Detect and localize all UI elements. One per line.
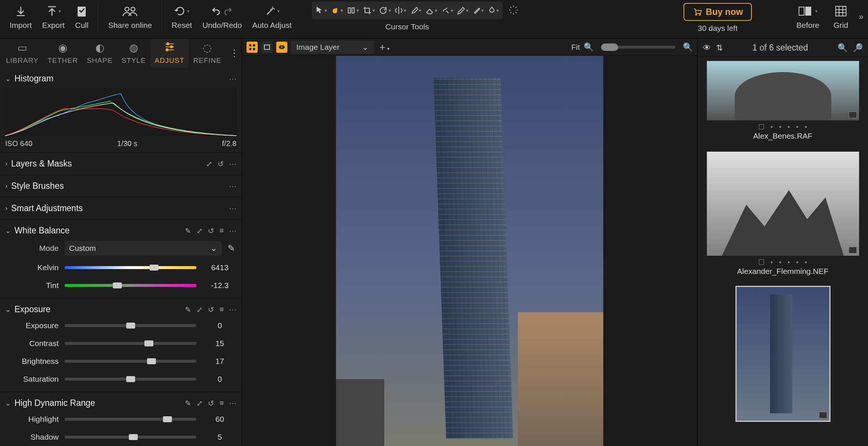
more-icon[interactable]: ⋯ xyxy=(229,399,236,408)
kelvin-value[interactable]: 6413 xyxy=(203,262,236,274)
tab-shape[interactable]: ◐SHAPE xyxy=(82,39,117,68)
more-icon[interactable]: ⋯ xyxy=(229,159,236,168)
highlight-slider[interactable] xyxy=(65,418,196,421)
zoom-out-icon[interactable]: 🔍 xyxy=(584,42,594,52)
list-icon[interactable]: ≡ xyxy=(219,226,224,235)
add-layer-button[interactable]: ＋▾ xyxy=(378,41,389,54)
collapse-icon[interactable]: ⌄ xyxy=(5,399,11,407)
mirror-tool[interactable]: ▾ xyxy=(395,6,406,15)
sort-icon[interactable]: ⇅ xyxy=(716,43,723,53)
saturation-value[interactable]: 0 xyxy=(203,373,236,385)
heal-tool[interactable]: ▾ xyxy=(472,6,484,15)
white-balance-title: White Balance xyxy=(14,226,69,236)
fit-label[interactable]: Fit xyxy=(571,43,580,52)
zoom-in-icon[interactable]: 🔍 xyxy=(683,42,693,52)
view-single-button[interactable] xyxy=(261,42,273,53)
thumbnail-list[interactable]: Alex_Benes.RAF Alexander_Flemming.NEF xyxy=(698,57,868,446)
eye-icon[interactable]: 👁 xyxy=(703,43,711,53)
thumbnail-item[interactable]: Alexander_Flemming.NEF xyxy=(705,152,861,276)
more-icon[interactable]: ⋯ xyxy=(229,305,236,314)
flip-tool[interactable]: ▾ xyxy=(347,6,359,14)
before-button[interactable]: ▾ Before xyxy=(793,1,823,32)
collapse-icon[interactable]: ⌄ xyxy=(5,75,11,83)
import-button[interactable]: Import xyxy=(4,1,37,32)
more-icon[interactable]: ⋯ xyxy=(229,182,236,191)
brush-tool[interactable]: ▾ xyxy=(410,6,421,15)
share-button[interactable]: Share online xyxy=(103,1,157,32)
hand-tool[interactable]: ▾ xyxy=(331,6,343,15)
zoom-icon[interactable]: 🔍 xyxy=(838,43,848,53)
more-icon[interactable]: ⋯ xyxy=(229,204,236,213)
rating-dots[interactable] xyxy=(759,259,807,265)
reset-tool-icon[interactable]: ↺ xyxy=(208,399,214,408)
more-icon[interactable]: ⋯ xyxy=(229,226,236,235)
auto-adjust-button[interactable]: ▾ Auto Adjust xyxy=(247,1,297,32)
reset-button[interactable]: ▾ Reset xyxy=(166,1,197,32)
view-grid-button[interactable] xyxy=(247,42,258,53)
rating-dots[interactable] xyxy=(759,124,807,129)
clone-tool[interactable]: ▾ xyxy=(441,6,453,14)
expand-icon[interactable]: › xyxy=(5,160,7,168)
shadow-slider[interactable] xyxy=(65,436,196,439)
picker-icon[interactable]: ✎ xyxy=(185,399,191,408)
tab-style[interactable]: ◍STYLE xyxy=(117,39,150,68)
expand-tool-icon[interactable]: ⤢ xyxy=(196,226,203,235)
kelvin-slider[interactable] xyxy=(65,266,196,269)
tint-value[interactable]: -12.3 xyxy=(203,279,236,291)
thumbnail-item-selected[interactable] xyxy=(705,287,861,421)
tab-refine[interactable]: ◌REFINE xyxy=(189,39,226,68)
shadow-value[interactable]: 5 xyxy=(203,431,236,443)
expand-icon[interactable]: › xyxy=(5,182,7,190)
tab-adjust[interactable]: ADJUST xyxy=(150,39,189,68)
expand-icon[interactable]: › xyxy=(5,204,7,212)
exposure-value[interactable]: 0 xyxy=(203,320,236,332)
layer-dropdown[interactable]: Image Layer⌄ xyxy=(291,41,374,54)
reset-tool-icon[interactable]: ↺ xyxy=(208,226,214,235)
search-icon[interactable]: 🔎 xyxy=(853,43,863,53)
crop-tool[interactable]: ▾ xyxy=(363,6,375,15)
undo-redo-button[interactable]: Undo/Redo xyxy=(197,1,247,32)
buy-now-button[interactable]: Buy now xyxy=(683,3,752,21)
collapse-icon[interactable]: ⌄ xyxy=(5,306,11,314)
contrast-value[interactable]: 15 xyxy=(203,337,236,349)
reset-icon: ▾ xyxy=(174,4,189,19)
list-icon[interactable]: ≡ xyxy=(219,305,224,314)
expand-tool-icon[interactable]: ⤢ xyxy=(196,399,203,408)
eraser-tool[interactable]: ▾ xyxy=(425,6,437,14)
cull-button[interactable]: Cull xyxy=(70,1,94,32)
list-icon[interactable]: ≡ xyxy=(219,399,224,407)
picker-icon[interactable]: ✎ xyxy=(185,305,191,314)
pen-tool[interactable]: ▾ xyxy=(457,6,469,15)
highlight-value[interactable]: 60 xyxy=(203,413,236,425)
pointer-tool[interactable]: ▾ xyxy=(316,6,327,15)
reset-tool-icon[interactable]: ↺ xyxy=(218,159,224,168)
picker-icon[interactable]: ✎ xyxy=(185,226,191,235)
thumbnail-item[interactable]: Alex_Benes.RAF xyxy=(705,61,861,140)
mode-select[interactable]: Custom⌄ xyxy=(65,241,222,256)
brightness-value[interactable]: 17 xyxy=(203,355,236,367)
blur-tool[interactable]: ▾ xyxy=(487,6,499,15)
saturation-slider[interactable] xyxy=(65,378,196,381)
grid-button[interactable]: Grid xyxy=(830,1,852,32)
brightness-slider[interactable] xyxy=(65,360,196,363)
eyedropper-icon[interactable]: ✎ xyxy=(226,243,236,253)
contrast-slider[interactable] xyxy=(65,342,196,345)
expand-arrow-icon[interactable]: » xyxy=(859,12,864,22)
more-icon[interactable]: ⋯ xyxy=(229,74,236,83)
tab-library[interactable]: ▭LIBRARY xyxy=(1,39,43,68)
thumb-filename: Alex_Benes.RAF xyxy=(753,132,813,140)
reset-tool-icon[interactable]: ↺ xyxy=(208,305,214,314)
collapse-icon[interactable]: ⌄ xyxy=(5,227,11,235)
image-viewport[interactable] xyxy=(242,56,697,446)
tab-tether[interactable]: ◉TETHER xyxy=(43,39,82,68)
more-menu-icon[interactable]: ⋮ xyxy=(226,48,242,59)
tint-slider[interactable] xyxy=(65,284,196,287)
view-preview-button[interactable] xyxy=(276,42,287,53)
expand-tool-icon[interactable]: ⤢ xyxy=(196,305,203,314)
exposure-slider[interactable] xyxy=(65,324,196,327)
export-button[interactable]: ▾ Export xyxy=(37,1,70,32)
rotate-tool[interactable]: ▾ xyxy=(379,6,391,15)
svg-rect-12 xyxy=(253,48,255,50)
expand-tool-icon[interactable]: ⤢ xyxy=(206,159,212,168)
zoom-slider[interactable] xyxy=(601,46,675,49)
